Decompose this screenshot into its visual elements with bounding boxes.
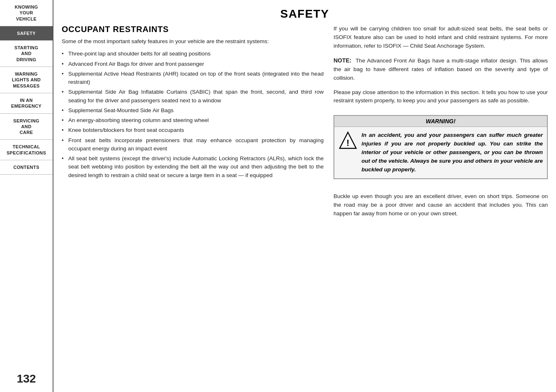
warning-body: ! In an accident, you and your passenger… [334,127,547,178]
list-item: Advanced Front Air Bags for driver and f… [62,60,324,68]
sidebar-item-servicing-and-care[interactable]: SERVICING AND CARE [0,114,53,140]
warning-box: WARNING! ! In an accident, you and your … [334,115,548,179]
sidebar-item-label: TECHNICAL SPECIFICATIONS [7,144,46,155]
warning-triangle-icon: ! [338,131,357,150]
right-para1: If you will be carrying children too sma… [334,25,548,51]
page-number: 132 [0,366,53,392]
warning-header: WARNING! [334,116,547,127]
sidebar: KNOWING YOUR VEHICLE SAFETY STARTING AND… [0,0,53,392]
list-item: Three-point lap and shoulder belts for a… [62,50,324,58]
note-label: NOTE: [334,57,352,64]
svg-text:!: ! [346,138,349,148]
sidebar-item-contents[interactable]: CONTENTS [0,160,53,175]
list-item: Front seat belts incorporate pretensione… [62,136,324,153]
sidebar-item-technical-specifications[interactable]: TECHNICAL SPECIFICATIONS [0,140,53,160]
sidebar-item-label: WARNING LIGHTS AND MESSAGES [12,71,41,88]
note-paragraph: NOTE: The Advanced Front Air Bags have a… [334,56,548,83]
list-item: Knee bolsters/blockers for front seat oc… [62,126,324,134]
list-item: Supplemental Active Head Restraints (AHR… [62,70,324,87]
note-body: The Advanced Front Air Bags have a multi… [334,58,548,81]
sidebar-item-label: IN AN EMERGENCY [11,98,42,108]
sidebar-item-label: STARTING AND DRIVING [14,45,38,62]
sidebar-item-starting-and-driving[interactable]: STARTING AND DRIVING [0,41,53,67]
content-body: OCCUPANT RESTRAINTS Some of the most imp… [53,25,556,392]
sidebar-item-warning-lights[interactable]: WARNING LIGHTS AND MESSAGES [0,67,53,93]
list-item: An energy-absorbing steering column and … [62,116,324,125]
sidebar-spacer [0,175,53,366]
sidebar-item-label: CONTENTS [13,165,39,170]
sidebar-item-safety[interactable]: SAFETY [0,26,53,41]
sidebar-item-label: SAFETY [17,31,35,36]
sidebar-item-label: SERVICING AND CARE [13,118,39,135]
sidebar-item-in-an-emergency[interactable]: IN AN EMERGENCY [0,93,53,114]
left-column: OCCUPANT RESTRAINTS Some of the most imp… [62,25,324,388]
page-title: SAFETY [53,0,556,25]
list-item: Supplemental Seat-Mounted Side Air Bags [62,106,324,115]
section-heading: OCCUPANT RESTRAINTS [62,25,324,34]
intro-text: Some of the most important safety featur… [62,37,324,46]
warning-text: In an accident, you and your passengers … [361,131,543,174]
list-item: Supplemental Side Air Bag Inflatable Cur… [62,88,324,105]
bullet-list: Three-point lap and shoulder belts for a… [62,50,324,181]
list-item: All seat belt systems (except the driver… [62,154,324,180]
sidebar-item-knowing-your-vehicle[interactable]: KNOWING YOUR VEHICLE [0,0,53,26]
right-para2: Please pay close attention to the inform… [334,88,548,106]
main-content: SAFETY OCCUPANT RESTRAINTS Some of the m… [53,0,556,392]
sidebar-item-label: KNOWING YOUR VEHICLE [15,5,38,21]
buckle-text: Buckle up even though you are an excelle… [334,192,548,218]
right-column: If you will be carrying children too sma… [334,25,548,388]
